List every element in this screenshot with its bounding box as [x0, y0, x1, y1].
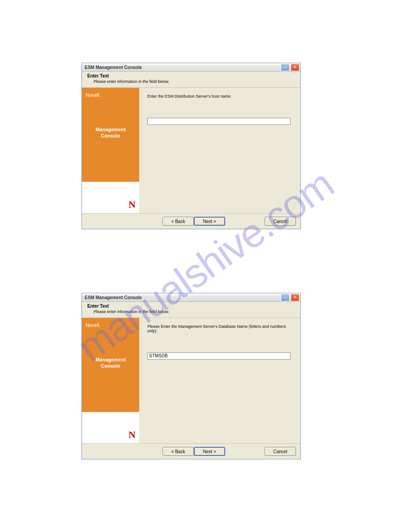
window-title: ESM Management Console: [85, 295, 142, 300]
page-subtitle: Please enter information in the field be…: [87, 79, 295, 84]
cancel-button[interactable]: Cancel: [265, 217, 296, 226]
close-icon[interactable]: ✕: [291, 294, 300, 301]
next-button[interactable]: Next >: [194, 217, 225, 226]
sidebar-logo-area: N: [82, 182, 139, 213]
body-zone: Novell. Management Console N Please Ente…: [82, 318, 300, 443]
nav-button-group: < Back Next >: [163, 217, 225, 226]
window-title: ESM Management Console: [85, 65, 142, 70]
nav-button-group: < Back Next >: [163, 447, 225, 456]
header-zone: Enter Text Please enter information in t…: [82, 72, 300, 88]
product-line2: Console: [101, 133, 120, 138]
next-button[interactable]: Next >: [194, 447, 225, 456]
minimize-icon[interactable]: —: [281, 294, 290, 301]
installer-dialog-1: ESM Management Console — ✕ Enter Text Pl…: [81, 63, 301, 229]
window-controls: — ✕: [281, 64, 300, 71]
product-label: Management Console: [86, 356, 136, 369]
body-zone: Novell. Management Console N Enter the E…: [82, 88, 300, 213]
novell-logo-icon: N: [128, 199, 136, 210]
product-line1: Management: [95, 357, 125, 362]
content-area: Please Enter the Management Server's Dat…: [139, 318, 300, 443]
content-area: Enter the ESM Distribution Server's host…: [139, 88, 300, 213]
sidebar: Novell. Management Console N: [82, 88, 139, 213]
database-name-input[interactable]: [147, 352, 291, 360]
close-icon[interactable]: ✕: [291, 64, 300, 71]
brand-label: Novell.: [86, 322, 136, 328]
hostname-input[interactable]: [147, 118, 291, 125]
minimize-icon[interactable]: —: [281, 64, 290, 71]
header-zone: Enter Text Please enter information in t…: [82, 302, 300, 318]
page-title: Enter Text: [87, 73, 295, 78]
sidebar-banner: Novell. Management Console: [82, 318, 139, 412]
product-line2: Console: [101, 363, 120, 369]
titlebar: ESM Management Console — ✕: [82, 293, 300, 302]
cancel-button[interactable]: Cancel: [265, 447, 296, 456]
sidebar-logo-area: N: [82, 412, 139, 443]
brand-label: Novell.: [86, 92, 136, 98]
back-button[interactable]: < Back: [163, 447, 194, 456]
sidebar-banner: Novell. Management Console: [82, 88, 139, 182]
novell-logo-icon: N: [128, 429, 136, 441]
product-label: Management Console: [86, 126, 136, 139]
titlebar: ESM Management Console — ✕: [82, 63, 300, 72]
prompt-text: Enter the ESM Distribution Server's host…: [147, 94, 292, 99]
installer-dialog-2: ESM Management Console — ✕ Enter Text Pl…: [81, 293, 301, 459]
prompt-text: Please Enter the Management Server's Dat…: [147, 324, 292, 333]
footer-buttons: < Back Next > Cancel: [82, 213, 300, 229]
sidebar: Novell. Management Console N: [82, 318, 139, 443]
footer-buttons: < Back Next > Cancel: [82, 443, 300, 459]
window-controls: — ✕: [281, 294, 300, 301]
product-line1: Management: [95, 127, 125, 132]
back-button[interactable]: < Back: [163, 217, 194, 226]
page-subtitle: Please enter information in the field be…: [87, 309, 295, 314]
page-title: Enter Text: [87, 304, 295, 309]
